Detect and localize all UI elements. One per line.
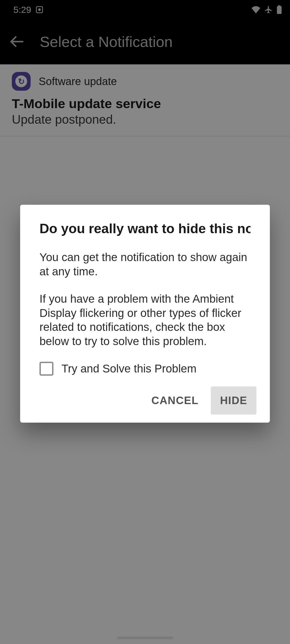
dialog-message-1: You can get the notification to show aga… [39, 250, 251, 279]
hide-button[interactable]: HIDE [211, 386, 256, 415]
dialog-checkbox-label: Try and Solve this Problem [61, 362, 197, 375]
dialog-checkbox-row[interactable]: Try and Solve this Problem [39, 362, 251, 376]
solve-problem-checkbox[interactable] [39, 362, 53, 376]
dialog-message-2: If you have a problem with the Ambient D… [39, 292, 251, 348]
cancel-button[interactable]: CANCEL [142, 386, 208, 415]
dialog-title: Do you really want to hide this notifica… [39, 221, 251, 236]
dialog-actions: CANCEL HIDE [20, 386, 270, 415]
nav-home-indicator[interactable] [117, 636, 173, 639]
confirm-hide-dialog: Do you really want to hide this notifica… [20, 205, 270, 423]
